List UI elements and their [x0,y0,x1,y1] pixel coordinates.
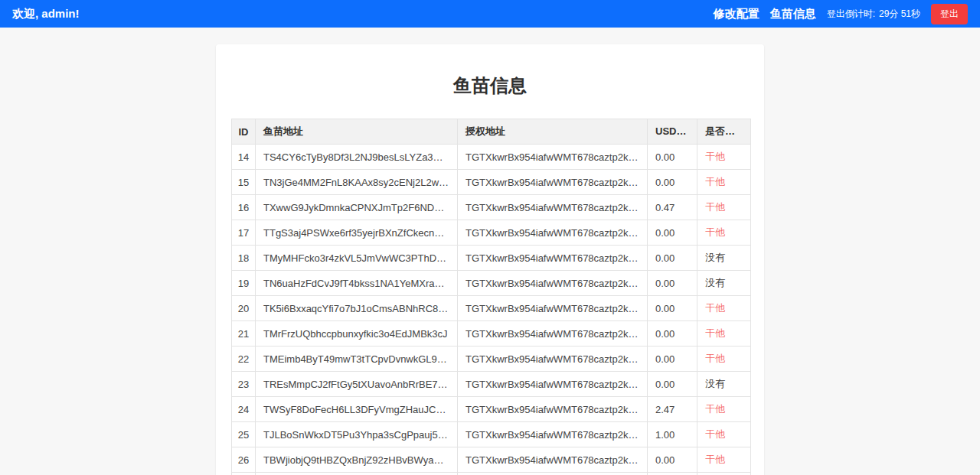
cell-authorized: 干他 [697,473,751,475]
table-row: 22 TMEimb4ByT49mwT3tTCpvDvnwkGL9yHwmM TG… [232,346,751,372]
action-link[interactable]: 干他 [705,454,725,465]
cell-id: 27 [232,473,256,475]
cell-authorized: 干他 [697,220,751,246]
cell-id: 16 [232,195,256,220]
cell-usdt-balance: 0.47 [648,195,697,220]
cell-id: 20 [232,296,256,321]
cell-fry-address: TTgS3aj4PSWxe6rf35yejrBXnZfCkecnWF [256,220,458,246]
table-row: 27 TKwg1GyX2grUsp6pz2DHgSySx4E5zQtN51 TG… [232,473,751,475]
table-row: 16 TXwwG9JykDmnkaCPNXJmTp2F6NDZQymsm9 TG… [232,195,751,220]
table-row: 26 TBWjiobjQ9tHBZQxBnjZ92zHBvBWyamowC TG… [232,447,751,473]
cell-authorized: 干他 [697,447,751,473]
cell-authorized: 干他 [697,145,751,170]
welcome-text: 欢迎, admin! [12,7,80,21]
status-text: 没有 [705,277,725,288]
top-navbar: 欢迎, admin! 修改配置 鱼苗信息 登出倒计时: 29分 51秒 登出 [0,0,980,28]
cell-usdt-balance: 0.14 [648,473,697,475]
action-link[interactable]: 干他 [705,403,725,415]
cell-fry-address: TS4CY6cTyBy8Df3L2NJ9besLsLYZa3Bzsb [256,145,458,170]
cell-auth-address: TGTXkwrBx954iafwWMT678caztp2khKnsM [458,372,648,397]
column-header-authorized: 是否授权 [697,119,751,145]
cell-usdt-balance: 0.00 [648,346,697,372]
table-header: ID 鱼苗地址 授权地址 USDT余额 是否授权 [232,119,751,145]
cell-authorized: 干他 [697,422,751,447]
logout-countdown-value: 29分 51秒 [879,8,920,21]
cell-fry-address: TMEimb4ByT49mwT3tTCpvDvnwkGL9yHwmM [256,346,458,372]
cell-usdt-balance: 0.00 [648,170,697,195]
cell-usdt-balance: 2.47 [648,397,697,422]
cell-authorized: 干他 [697,321,751,346]
cell-id: 24 [232,397,256,422]
cell-auth-address: TGTXkwrBx954iafwWMT678caztp2khKnsM [458,195,648,220]
cell-fry-address: TWSyF8DoFecH6LL3DFyVmgZHauJCTZ14GE [256,397,458,422]
cell-auth-address: TGTXkwrBx954iafwWMT678caztp2khKnsM [458,447,648,473]
navbar-right: 修改配置 鱼苗信息 登出倒计时: 29分 51秒 登出 [714,4,968,24]
cell-id: 18 [232,246,256,271]
action-link[interactable]: 干他 [705,176,725,187]
table-row: 21 TMrFrzUQbhccpbunxyfkic3o4EdJMBk3cJ TG… [232,321,751,346]
action-link[interactable]: 干他 [705,327,725,339]
logout-countdown: 登出倒计时: 29分 51秒 [827,8,920,21]
cell-fry-address: TJLBoSnWkxDT5Pu3Yhpa3sCgPpauj51amf [256,422,458,447]
cell-fry-address: TMrFrzUQbhccpbunxyfkic3o4EdJMBk3cJ [256,321,458,346]
cell-usdt-balance: 0.00 [648,447,697,473]
fry-table: ID 鱼苗地址 授权地址 USDT余额 是否授权 14 TS4CY6cTyBy8… [231,119,751,475]
cell-id: 21 [232,321,256,346]
cell-auth-address: TGTXkwrBx954iafwWMT678caztp2khKnsM [458,246,648,271]
cell-authorized: 干他 [697,195,751,220]
status-text: 没有 [705,252,725,263]
cell-auth-address: TGTXkwrBx954iafwWMT678caztp2khKnsM [458,170,648,195]
cell-auth-address: TGTXkwrBx954iafwWMT678caztp2khKnsM [458,220,648,246]
nav-link-modify-config[interactable]: 修改配置 [714,7,760,21]
cell-usdt-balance: 0.00 [648,321,697,346]
cell-id: 14 [232,145,256,170]
cell-id: 15 [232,170,256,195]
cell-auth-address: TGTXkwrBx954iafwWMT678caztp2khKnsM [458,473,648,475]
cell-fry-address: TXwwG9JykDmnkaCPNXJmTp2F6NDZQymsm9 [256,195,458,220]
cell-id: 17 [232,220,256,246]
cell-usdt-balance: 0.00 [648,246,697,271]
action-link[interactable]: 干他 [705,302,725,314]
action-link[interactable]: 干他 [705,428,725,440]
action-link[interactable]: 干他 [705,151,725,162]
cell-fry-address: TN3jGe4MM2FnL8KAAx8sy2cENj2L2woJWS [256,170,458,195]
cell-auth-address: TGTXkwrBx954iafwWMT678caztp2khKnsM [458,346,648,372]
status-text: 没有 [705,378,725,389]
cell-fry-address: TKwg1GyX2grUsp6pz2DHgSySx4E5zQtN51 [256,473,458,475]
column-header-fry-address: 鱼苗地址 [256,119,458,145]
cell-usdt-balance: 0.00 [648,145,697,170]
cell-fry-address: TBWjiobjQ9tHBZQxBnjZ92zHBvBWyamowC [256,447,458,473]
cell-auth-address: TGTXkwrBx954iafwWMT678caztp2khKnsM [458,422,648,447]
nav-link-fry-info[interactable]: 鱼苗信息 [770,7,816,21]
cell-id: 19 [232,271,256,296]
table-row: 23 TREsMmpCJ2fFtGy5tXUavoAnbRrBE79SLq TG… [232,372,751,397]
cell-auth-address: TGTXkwrBx954iafwWMT678caztp2khKnsM [458,397,648,422]
fry-info-card: 鱼苗信息 ID 鱼苗地址 授权地址 USDT余额 是否授权 14 TS4CY6c… [216,44,764,475]
cell-authorized: 没有 [697,246,751,271]
action-link[interactable]: 干他 [705,353,725,364]
cell-fry-address: TMyMHFcko3r4zkVL5JmVwWC3PThDRJnDMa [256,246,458,271]
table-row: 20 TK5i6BxxaqcYfi7o7bJ1oCmsABNhRC8WWj TG… [232,296,751,321]
cell-fry-address: TN6uaHzFdCvJ9fT4bkss1NA1YeMXraw3x3 [256,271,458,296]
cell-authorized: 没有 [697,372,751,397]
cell-authorized: 干他 [697,170,751,195]
action-link[interactable]: 干他 [705,201,725,213]
cell-id: 23 [232,372,256,397]
cell-authorized: 干他 [697,397,751,422]
cell-usdt-balance: 1.00 [648,422,697,447]
logout-countdown-label: 登出倒计时: [827,8,875,21]
cell-fry-address: TREsMmpCJ2fFtGy5tXUavoAnbRrBE79SLq [256,372,458,397]
cell-id: 25 [232,422,256,447]
action-link[interactable]: 干他 [705,226,725,238]
cell-auth-address: TGTXkwrBx954iafwWMT678caztp2khKnsM [458,296,648,321]
table-row: 14 TS4CY6cTyBy8Df3L2NJ9besLsLYZa3Bzsb TG… [232,145,751,170]
cell-usdt-balance: 0.00 [648,372,697,397]
table-row: 25 TJLBoSnWkxDT5Pu3Yhpa3sCgPpauj51amf TG… [232,422,751,447]
table-row: 19 TN6uaHzFdCvJ9fT4bkss1NA1YeMXraw3x3 TG… [232,271,751,296]
logout-button[interactable]: 登出 [931,4,968,24]
cell-usdt-balance: 0.00 [648,271,697,296]
table-row: 24 TWSyF8DoFecH6LL3DFyVmgZHauJCTZ14GE TG… [232,397,751,422]
table-row: 17 TTgS3aj4PSWxe6rf35yejrBXnZfCkecnWF TG… [232,220,751,246]
page-title: 鱼苗信息 [231,73,749,98]
cell-usdt-balance: 0.00 [648,220,697,246]
